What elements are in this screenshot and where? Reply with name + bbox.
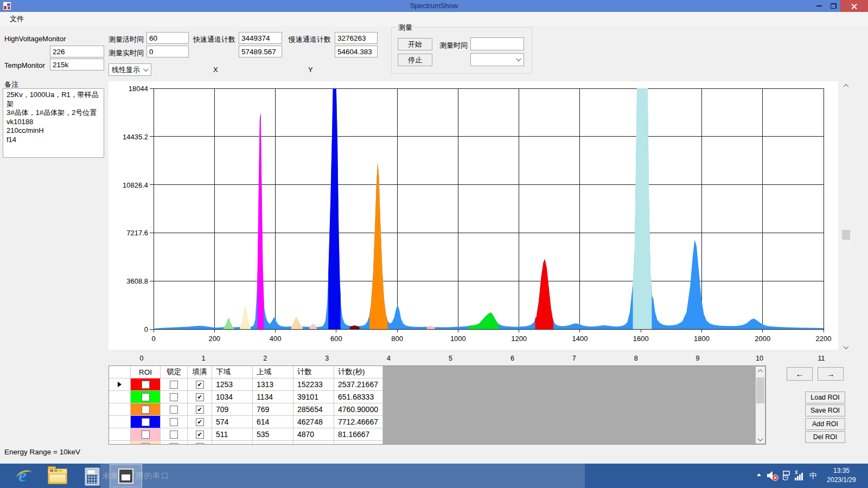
roi-counts_per_sec-cell[interactable] (334, 441, 383, 445)
roi-table-row[interactable]: ✔7097692856544760.90000 (109, 403, 383, 416)
load-roi-button[interactable]: Load ROI (805, 391, 845, 403)
roi-counts_per_sec-cell[interactable]: 4760.90000 (334, 403, 383, 416)
roi-upper-cell[interactable] (253, 441, 293, 445)
roi-counts_per_sec-cell[interactable]: 651.68333 (334, 391, 383, 403)
fill-checkbox[interactable]: ✔ (196, 418, 204, 426)
hv-monitor-input[interactable] (50, 46, 104, 57)
roi-lower-cell[interactable]: 709 (212, 403, 253, 416)
roi-color-cell[interactable] (131, 378, 161, 391)
fill-checkbox[interactable]: ✔ (196, 393, 204, 401)
row-selector[interactable] (109, 428, 131, 441)
tray-expand-icon[interactable] (757, 473, 761, 476)
roi-color-cell[interactable] (131, 391, 161, 403)
lock-checkbox[interactable] (170, 406, 178, 414)
row-selector[interactable] (109, 416, 131, 428)
live-time-input[interactable] (146, 32, 189, 44)
scroll-up-button[interactable] (756, 367, 765, 375)
roi-counts_per_sec-cell[interactable]: 7712.46667 (334, 416, 383, 428)
row-selector[interactable] (109, 391, 131, 403)
restore-button[interactable] (826, 0, 840, 12)
table-scrollbar[interactable] (756, 367, 765, 444)
minimize-button[interactable] (812, 0, 826, 12)
slow-count-input[interactable] (335, 32, 378, 44)
roi-fill-cell[interactable]: ✔ (188, 428, 212, 441)
roi-table-row[interactable]: ✔125313131522332537.21667 (109, 378, 383, 391)
roi-lower-cell[interactable]: 1253 (212, 378, 253, 391)
taskbar-clock[interactable]: 13:35 2023/1/29 (822, 466, 860, 485)
measure-mode-select[interactable] (470, 53, 524, 66)
roi-color-checkbox[interactable] (142, 406, 150, 414)
roi-color-cell[interactable] (131, 416, 161, 428)
roi-fill-cell[interactable]: ✔ (188, 391, 212, 403)
roi-color-cell[interactable] (131, 403, 161, 416)
lock-checkbox[interactable] (170, 418, 178, 426)
roi-color-cell[interactable] (131, 441, 161, 445)
roi-fill-cell[interactable]: ✔ (188, 403, 212, 416)
roi-color-checkbox[interactable] (142, 443, 150, 445)
action-center-icon[interactable] (781, 470, 792, 481)
roi-table-row[interactable]: ✔1034113439101651.68333 (109, 391, 383, 403)
roi-counts-cell[interactable]: 462748 (293, 416, 334, 428)
prev-roi-button[interactable]: ← (787, 367, 813, 381)
row-selector[interactable] (109, 441, 131, 445)
slow-rate-input[interactable] (335, 46, 378, 57)
ime-indicator[interactable]: 中 (809, 471, 817, 481)
roi-lock-cell[interactable] (161, 428, 188, 441)
roi-upper-cell[interactable]: 769 (253, 403, 293, 416)
column-header[interactable]: 下域 (212, 366, 253, 378)
next-roi-button[interactable]: → (818, 367, 844, 381)
scroll-up-button[interactable] (841, 81, 851, 90)
roi-color-checkbox[interactable] (142, 431, 150, 439)
roi-lower-cell[interactable] (212, 441, 253, 445)
real-time-input[interactable] (146, 46, 189, 57)
save-roi-button[interactable]: Save ROI (805, 404, 845, 416)
roi-lower-cell[interactable]: 574 (212, 416, 253, 428)
column-header[interactable]: 计数(秒) (334, 366, 383, 378)
roi-lock-cell[interactable] (161, 403, 188, 416)
close-button[interactable] (840, 0, 868, 12)
scroll-down-button[interactable] (756, 435, 765, 444)
roi-table-row[interactable] (109, 441, 383, 445)
scroll-thumb[interactable] (756, 377, 764, 403)
roi-upper-cell[interactable]: 1313 (253, 378, 293, 391)
display-mode-select[interactable]: 线性显示 (108, 63, 151, 76)
column-header[interactable]: 填满 (188, 366, 212, 378)
roi-counts-cell[interactable] (293, 441, 334, 445)
column-header[interactable]: ROI (131, 366, 161, 378)
chart-scrollbar[interactable] (841, 81, 851, 351)
roi-lock-cell[interactable] (161, 391, 188, 403)
notes-textarea[interactable]: 25Kv，1000Ua，R1，带样品架 3#晶体，1#晶体架，2号位置 vk10… (3, 88, 104, 158)
roi-counts-cell[interactable]: 4870 (293, 428, 334, 441)
roi-counts-cell[interactable]: 39101 (293, 391, 334, 403)
roi-lock-cell[interactable] (161, 441, 188, 445)
roi-table[interactable]: ROI锁定填满下域上域计数计数(秒)✔125313131522332537.21… (108, 365, 766, 445)
fast-rate-input[interactable] (239, 46, 282, 57)
lock-checkbox[interactable] (170, 443, 178, 445)
fill-checkbox[interactable] (196, 443, 204, 445)
roi-upper-cell[interactable]: 614 (253, 416, 293, 428)
column-header[interactable]: 上域 (253, 366, 293, 378)
column-header[interactable]: 锁定 (161, 366, 188, 378)
roi-lower-cell[interactable]: 1034 (212, 391, 253, 403)
roi-counts-cell[interactable]: 285654 (293, 403, 334, 416)
scroll-down-button[interactable] (841, 343, 851, 351)
measure-time-input[interactable] (470, 37, 524, 50)
roi-counts-cell[interactable]: 152233 (293, 378, 334, 391)
add-roi-button[interactable]: Add ROI (805, 418, 845, 430)
roi-color-checkbox[interactable] (142, 393, 150, 401)
roi-fill-cell[interactable]: ✔ (188, 378, 212, 391)
stop-button[interactable]: 停止 (398, 54, 432, 66)
roi-lock-cell[interactable] (161, 416, 188, 428)
roi-upper-cell[interactable]: 535 (253, 428, 293, 441)
roi-color-checkbox[interactable] (142, 381, 150, 389)
lock-checkbox[interactable] (170, 381, 178, 389)
app-taskbar-button[interactable] (110, 464, 142, 487)
volume-muted-icon[interactable] (766, 470, 779, 481)
column-header[interactable]: 计数 (293, 366, 334, 378)
roi-fill-cell[interactable] (188, 441, 212, 445)
del-roi-button[interactable]: Del ROI (805, 431, 845, 443)
network-signal-icon[interactable] (793, 470, 805, 481)
fill-checkbox[interactable]: ✔ (196, 381, 204, 389)
calculator-icon[interactable]: 0 (85, 467, 100, 486)
roi-lower-cell[interactable]: 511 (212, 428, 253, 441)
